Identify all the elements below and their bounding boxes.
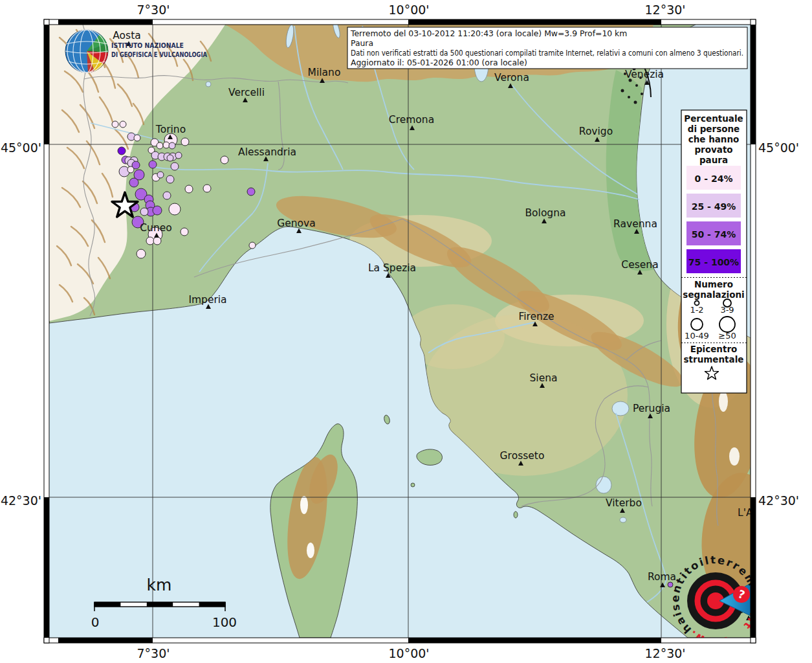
- city-label: Firenze: [518, 311, 554, 322]
- city-label: Viterbo: [606, 497, 642, 509]
- axis-label-left: 42°30': [1, 493, 41, 508]
- scale-bar-start: 0: [91, 614, 100, 630]
- city-label: Cuneo: [140, 222, 172, 234]
- axis-label-left: 45°00': [1, 140, 41, 155]
- observation-point: [146, 237, 154, 245]
- city-label: Rovigo: [579, 126, 613, 137]
- scale-bar-end: 100: [212, 614, 237, 630]
- legend-swatch-label: 25 - 49%: [692, 201, 736, 212]
- axis-label-top: 12°30': [644, 3, 685, 17]
- title-line4: Aggiornato il: 05-01-2026 01:00 (ora loc…: [351, 58, 527, 67]
- city-marker-icon: [764, 517, 769, 523]
- legend-count-label: 3-9: [720, 305, 734, 315]
- legend-count-circle: [691, 319, 703, 330]
- title-box: Terremoto del 03-10-2012 11:20:43 (ora l…: [347, 27, 747, 69]
- observation-point: [221, 156, 228, 164]
- observation-point: [153, 206, 162, 215]
- legend-percent-title: di persone: [688, 124, 740, 134]
- title-line2: Paura: [351, 38, 373, 48]
- city-label: Torino: [155, 124, 186, 135]
- axis-label-top: 10°00': [388, 3, 429, 17]
- axis-label-top: 7°30': [137, 3, 170, 17]
- city-label: Genova: [277, 218, 316, 229]
- small-island: [411, 483, 415, 487]
- observation-point: [175, 152, 182, 159]
- title-line1: Terremoto del 03-10-2012 11:20:43 (ora l…: [350, 28, 627, 38]
- ingv-globe-icon: [65, 30, 108, 73]
- observation-point: [163, 142, 170, 148]
- city-label: Venezia: [625, 69, 664, 80]
- city-label: Grosseto: [500, 450, 545, 462]
- observation-point: [157, 142, 163, 149]
- observation-point: [203, 185, 211, 192]
- legend-percent-title: paura: [699, 155, 728, 165]
- observation-point: [127, 166, 134, 173]
- axis-label-right: 45°00': [758, 140, 799, 155]
- map-canvas: AostaVercelliMilanoVeronaVeneziaCremonaT…: [49, 19, 779, 648]
- legend-swatch-label: 75 - 100%: [688, 257, 739, 267]
- observation-point: [181, 228, 188, 236]
- city-label: Verona: [494, 72, 529, 84]
- observation-point: [137, 249, 146, 258]
- axis-label-bottom: 12°30': [644, 646, 685, 660]
- hsit-map-page: AostaVercelliMilanoVeronaVeneziaCremonaT…: [0, 0, 812, 663]
- city-label: Siena: [529, 372, 557, 384]
- observation-point: [181, 138, 189, 146]
- observation-point: [134, 135, 140, 141]
- legend-swatch-label: 0 - 24%: [695, 174, 733, 184]
- axis-label-bottom: 10°00': [388, 646, 429, 660]
- ingv-name-line1: ISTITUTO NAZIONALE: [111, 41, 184, 50]
- giglio-island: [514, 511, 518, 518]
- legend-epicenter-title: strumentale: [684, 354, 744, 365]
- macroseismic-map: AostaVercelliMilanoVeronaVeneziaCremonaT…: [0, 0, 812, 663]
- observation-point: [118, 147, 126, 155]
- legend-percent-title: Percentuale: [684, 113, 743, 124]
- city-label: La Spezia: [368, 262, 416, 274]
- observation-point: [120, 121, 126, 128]
- legend-count-label: 10-49: [685, 331, 709, 341]
- legend-counts-title: segnalazioni: [683, 289, 744, 300]
- city-label: Alessandria: [238, 146, 296, 158]
- observation-point: [112, 121, 118, 128]
- scale-bar-unit: km: [147, 576, 172, 594]
- observation-point: [157, 172, 164, 178]
- observation-point: [171, 163, 179, 170]
- observation-point: [167, 155, 173, 161]
- axis-label-bottom: 7°30': [137, 646, 170, 660]
- city-label: Ravenna: [613, 218, 657, 230]
- lake-viverone: [206, 82, 211, 87]
- lake-trasimeno: [612, 401, 629, 416]
- observation-point: [247, 188, 255, 196]
- city-label: Aosta: [113, 30, 140, 41]
- city-label: Perugia: [633, 403, 670, 414]
- observation-point: [163, 192, 171, 199]
- city-label: Milano: [308, 67, 341, 78]
- ingv-name-line2: DI GEOFISICA E VULCANOLOGIA: [111, 51, 207, 59]
- title-line3: Dati non verificati estratti da 500 ques…: [351, 48, 743, 58]
- observation-point: [140, 208, 148, 216]
- legend-counts-title: Numero: [694, 279, 733, 289]
- city-label: Cremona: [389, 114, 434, 126]
- observation-point: [129, 178, 138, 187]
- observation-point: [166, 175, 174, 183]
- city-label: Bologna: [525, 207, 565, 219]
- legend-percent-title: che hanno: [688, 134, 740, 144]
- legend-swatch-label: 50 - 74%: [692, 229, 736, 240]
- observation-point: [185, 185, 193, 193]
- legend-count-circle: [719, 317, 735, 332]
- legend-box: Percentualedi personeche hannoprovatopau…: [681, 110, 747, 393]
- axis-label-right: 42°30': [758, 493, 799, 508]
- lake-vico: [620, 517, 626, 523]
- city-label: Cesena: [621, 259, 658, 271]
- observation-point: [153, 237, 161, 245]
- city-label: Vercelli: [228, 87, 265, 98]
- observation-point: [169, 203, 181, 215]
- observation-point: [249, 242, 256, 249]
- legend-percent-title: provato: [694, 144, 732, 155]
- observation-point: [149, 161, 157, 168]
- city-label: Roma: [648, 571, 676, 583]
- legend-count-label: 1-2: [690, 305, 703, 315]
- legend-count-label: ≥50: [718, 331, 736, 341]
- city-label: Imperia: [188, 294, 226, 306]
- observation-point: [169, 142, 175, 149]
